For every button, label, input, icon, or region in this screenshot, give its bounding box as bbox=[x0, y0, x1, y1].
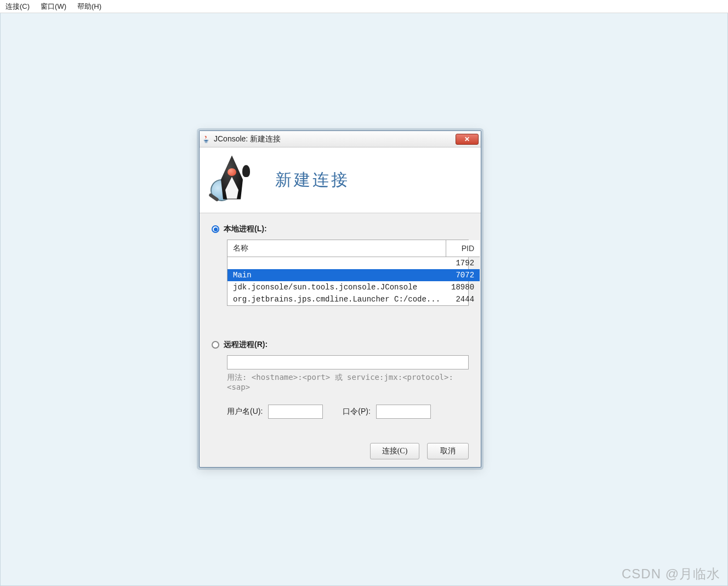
cell-pid: 18980 bbox=[446, 281, 480, 293]
cell-pid: 7072 bbox=[446, 269, 480, 281]
connect-button[interactable]: 连接(C) bbox=[370, 443, 419, 459]
cell-name bbox=[228, 257, 446, 269]
table-row[interactable]: org.jetbrains.jps.cmdline.Launcher C:/co… bbox=[228, 293, 480, 305]
new-connection-dialog: JConsole: 新建连接 ✕ 新建连接 本地进程(L): 名称 bbox=[199, 130, 481, 468]
cell-pid: 2444 bbox=[446, 293, 480, 305]
password-label: 口令(P): bbox=[343, 407, 371, 417]
duke-mascot-icon bbox=[208, 153, 258, 208]
cancel-button[interactable]: 取消 bbox=[427, 443, 469, 459]
cell-name: jdk.jconsole/sun.tools.jconsole.JConsole bbox=[228, 281, 446, 293]
col-pid[interactable]: PID bbox=[446, 240, 480, 257]
remote-process-radio[interactable] bbox=[212, 341, 219, 349]
table-row[interactable]: Main 7072 bbox=[228, 269, 480, 281]
table-row[interactable]: 1792 bbox=[228, 257, 480, 269]
remote-process-radio-row[interactable]: 远程进程(R): bbox=[212, 340, 469, 350]
password-input[interactable] bbox=[376, 405, 431, 419]
dialog-title: JConsole: 新建连接 bbox=[214, 134, 281, 144]
local-process-radio[interactable] bbox=[212, 225, 219, 233]
dialog-header: 新建连接 bbox=[200, 147, 481, 213]
cell-name: org.jetbrains.jps.cmdline.Launcher C:/co… bbox=[228, 293, 446, 305]
menubar: 连接(C) 窗口(W) 帮助(H) bbox=[0, 0, 728, 13]
close-button[interactable]: ✕ bbox=[456, 134, 479, 145]
remote-usage-hint: 用法: <hostname>:<port> 或 service:jmx:<pro… bbox=[227, 373, 469, 391]
table-row[interactable]: jdk.jconsole/sun.tools.jconsole.JConsole… bbox=[228, 281, 480, 293]
remote-address-input[interactable] bbox=[227, 355, 469, 369]
dialog-titlebar: JConsole: 新建连接 ✕ bbox=[200, 131, 481, 147]
menu-connect[interactable]: 连接(C) bbox=[3, 1, 32, 13]
dialog-content: 本地进程(L): 名称 PID 1792 Main 70 bbox=[200, 213, 481, 467]
dialog-header-title: 新建连接 bbox=[275, 169, 350, 191]
username-input[interactable] bbox=[268, 405, 323, 419]
username-label: 用户名(U): bbox=[227, 407, 263, 417]
menu-window[interactable]: 窗口(W) bbox=[38, 1, 69, 13]
process-table: 名称 PID 1792 Main 7072 jdk.jconsole/sun.t… bbox=[227, 240, 469, 306]
col-name[interactable]: 名称 bbox=[228, 240, 446, 257]
cell-name: Main bbox=[228, 269, 446, 281]
local-process-radio-row[interactable]: 本地进程(L): bbox=[212, 224, 469, 234]
local-process-label: 本地进程(L): bbox=[224, 224, 267, 234]
menu-help[interactable]: 帮助(H) bbox=[75, 1, 104, 13]
java-icon bbox=[202, 135, 211, 144]
close-icon: ✕ bbox=[464, 135, 470, 143]
cell-pid: 1792 bbox=[446, 257, 480, 269]
remote-process-label: 远程进程(R): bbox=[224, 340, 268, 350]
